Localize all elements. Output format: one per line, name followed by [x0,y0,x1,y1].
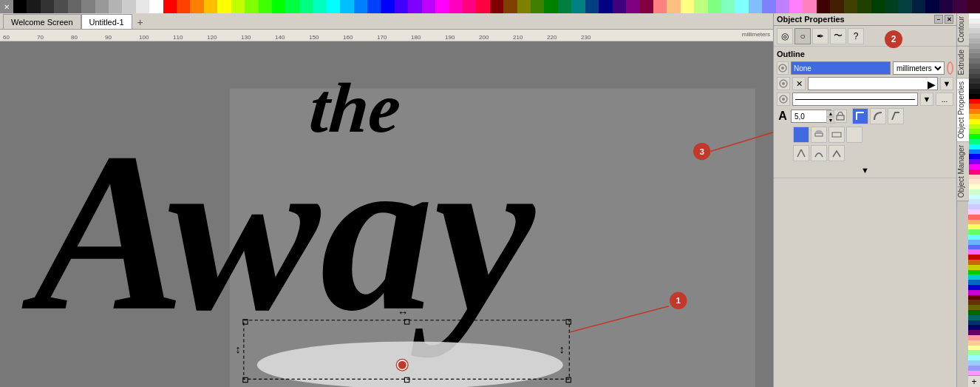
fill-tab-btn[interactable]: ◎ [777,28,793,44]
palette-color-v-swatch[interactable] [968,350,980,355]
palette-color-swatch[interactable] [517,0,531,13]
palette-color-swatch[interactable] [68,0,81,13]
palette-color-v-swatch[interactable] [968,260,980,265]
palette-color-swatch[interactable] [558,0,571,13]
palette-color-v-swatch[interactable] [968,18,980,24]
palette-color-swatch[interactable] [41,0,54,13]
palette-color-v-swatch[interactable] [968,199,980,204]
palette-color-swatch[interactable] [367,0,381,13]
palette-color-v-swatch[interactable] [968,209,980,215]
palette-color-swatch[interactable] [885,0,898,13]
palette-color-v-swatch[interactable] [968,366,980,371]
palette-color-swatch[interactable] [544,0,557,13]
palette-color-v-swatch[interactable] [968,235,980,240]
join-bevel-btn[interactable] [828,145,845,161]
side-tab-extrude[interactable]: Extrude [957,47,969,78]
palette-color-v-swatch[interactable] [968,340,980,346]
palette-color-v-swatch[interactable] [968,265,980,270]
palette-color-v-swatch[interactable] [968,13,980,18]
corner-miter-btn[interactable] [852,108,868,124]
palette-color-v-swatch[interactable] [968,290,980,295]
palette-color-v-swatch[interactable] [968,295,980,300]
palette-color-v-swatch[interactable] [968,149,980,155]
palette-color-swatch[interactable] [490,0,503,13]
palette-color-swatch[interactable] [735,0,748,13]
palette-color-swatch[interactable] [531,0,544,13]
palette-color-v-swatch[interactable] [968,310,980,315]
palette-color-v-swatch[interactable] [968,335,980,340]
palette-color-v-swatch[interactable] [968,159,980,164]
palette-color-v-swatch[interactable] [968,134,980,139]
palette-color-swatch[interactable] [313,0,326,13]
palette-color-swatch[interactable] [54,0,67,13]
palette-color-v-swatch[interactable] [968,215,980,220]
palette-color-swatch[interactable] [925,0,939,13]
palette-color-swatch[interactable] [231,0,245,13]
palette-color-v-swatch[interactable] [968,74,980,79]
palette-color-v-swatch[interactable] [968,38,980,44]
corner-round-btn[interactable] [870,108,886,124]
palette-color-v-swatch[interactable] [968,325,980,330]
palette-color-swatch[interactable] [803,0,816,13]
palette-color-v-swatch[interactable] [968,305,980,310]
palette-color-swatch[interactable] [912,0,925,13]
palette-color-swatch[interactable] [27,0,40,13]
palette-color-v-swatch[interactable] [968,28,980,33]
palette-color-swatch[interactable] [177,0,190,13]
panel-minimize-btn[interactable]: − [934,15,943,24]
palette-color-swatch[interactable] [272,0,285,13]
corner-bevel-btn[interactable] [888,108,904,124]
palette-color-v-swatch[interactable] [968,69,980,74]
palette-color-swatch[interactable] [340,0,353,13]
expand-arrow[interactable]: ▼ [777,166,953,175]
palette-color-v-swatch[interactable] [968,169,980,175]
palette-color-swatch[interactable] [422,0,435,13]
palette-color-swatch[interactable] [626,0,639,13]
question-btn[interactable]: ? [848,28,864,44]
palette-color-swatch[interactable] [694,0,707,13]
palette-color-swatch[interactable] [817,0,830,13]
outline-unit-select[interactable]: millimeters [893,61,945,75]
palette-color-swatch[interactable] [190,0,203,13]
palette-color-swatch[interactable] [259,0,272,13]
line-style-icon[interactable] [777,92,790,106]
palette-color-swatch[interactable] [163,0,177,13]
palette-color-v-swatch[interactable] [968,224,980,229]
palette-color-v-swatch[interactable] [968,195,980,200]
palette-color-swatch[interactable] [463,0,476,13]
palette-color-v-swatch[interactable] [968,220,980,225]
palette-color-v-swatch[interactable] [968,355,980,360]
palette-color-v-swatch[interactable] [968,49,980,54]
palette-color-swatch[interactable] [327,0,340,13]
cap-round-btn[interactable] [811,127,827,143]
palette-color-swatch[interactable] [136,0,149,13]
palette-color-v-swatch[interactable] [968,285,980,290]
palette-color-v-swatch[interactable] [968,249,980,255]
palette-color-swatch[interactable] [13,0,27,13]
palette-color-swatch[interactable] [449,0,463,13]
palette-color-swatch[interactable] [939,0,953,13]
palette-color-swatch[interactable] [503,0,517,13]
palette-color-swatch[interactable] [149,0,163,13]
palette-color-swatch[interactable] [667,0,680,13]
side-tab-contour[interactable]: Contour [957,13,969,47]
palette-color-v-swatch[interactable] [968,84,980,89]
palette-color-swatch[interactable] [122,0,135,13]
palette-color-swatch[interactable] [749,0,762,13]
canvas-area[interactable]: the Away ↕ ↔ [0,41,773,387]
dropper-btn[interactable]: ✒ [812,28,828,44]
palette-color-swatch[interactable] [204,0,217,13]
palette-color-v-swatch[interactable] [968,129,980,134]
palette-color-swatch[interactable] [830,0,843,13]
palette-color-v-swatch[interactable] [968,280,980,285]
palette-color-v-swatch[interactable] [968,255,980,260]
palette-color-swatch[interactable] [435,0,449,13]
palette-color-v-swatch[interactable] [968,240,980,245]
palette-color-swatch[interactable] [967,0,980,13]
palette-color-v-swatch[interactable] [968,315,980,320]
outline-color-input[interactable]: None [791,61,891,75]
no-outline-btn[interactable]: ✕ [792,77,806,90]
join-round-btn[interactable] [811,145,827,161]
width-spinner[interactable]: 5,0 ▲ ▼ [791,110,831,123]
palette-color-swatch[interactable] [408,0,421,13]
